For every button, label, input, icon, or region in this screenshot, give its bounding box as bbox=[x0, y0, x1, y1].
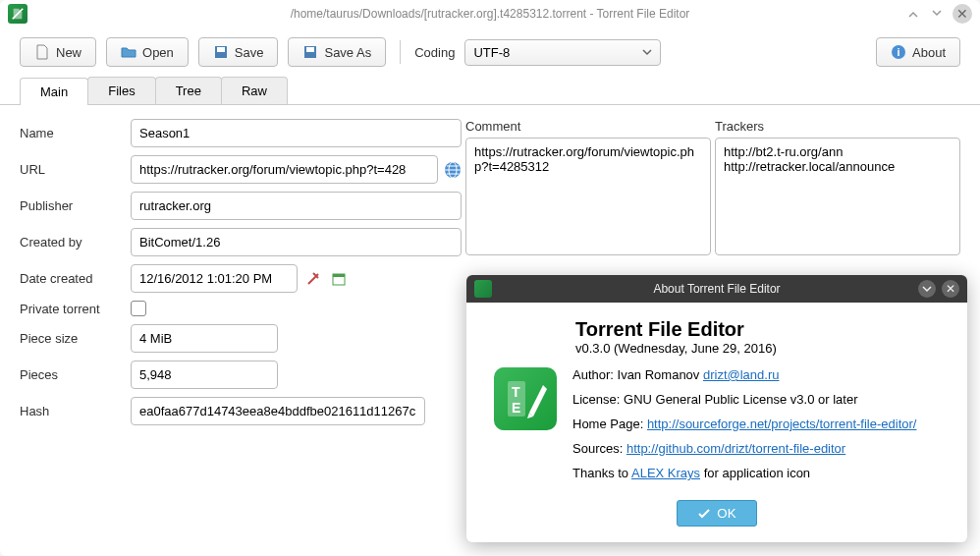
datecreated-label: Date created bbox=[20, 271, 123, 286]
about-button[interactable]: i About bbox=[876, 37, 960, 67]
about-thanks: Thanks to ALEX Krays for application ico… bbox=[572, 466, 952, 480]
minimize-button[interactable] bbox=[905, 6, 921, 22]
about-app-icon bbox=[474, 280, 492, 298]
app-icon bbox=[8, 4, 27, 24]
about-body: Torrent File Editor v0.3.0 (Wednesday, J… bbox=[466, 303, 967, 542]
window-title: /home/taurus/Downloads/[rutracker.org].t… bbox=[0, 7, 980, 21]
tab-files[interactable]: Files bbox=[87, 77, 155, 104]
close-button[interactable]: ✕ bbox=[953, 4, 972, 24]
svg-text:i: i bbox=[897, 46, 899, 58]
tab-raw[interactable]: Raw bbox=[221, 77, 288, 104]
about-titlebar: About Torrent File Editor ✕ bbox=[466, 275, 967, 303]
coding-select[interactable]: UTF-8 bbox=[464, 39, 661, 66]
author-email-link[interactable]: drizt@land.ru bbox=[703, 367, 780, 382]
ok-label: OK bbox=[717, 506, 735, 521]
comment-label: Comment bbox=[465, 119, 711, 134]
about-collapse-button[interactable] bbox=[918, 280, 936, 298]
hash-input[interactable] bbox=[131, 397, 425, 425]
tab-main[interactable]: Main bbox=[20, 78, 88, 105]
about-app-name: Torrent File Editor bbox=[575, 318, 952, 341]
piecesize-label: Piece size bbox=[20, 331, 123, 346]
titlebar: /home/taurus/Downloads/[rutracker.org].t… bbox=[0, 0, 980, 28]
form: Name URL Publisher Created by Date creat… bbox=[20, 119, 462, 425]
coding-value: UTF-8 bbox=[473, 45, 510, 60]
svg-text:E: E bbox=[512, 400, 520, 416]
pieces-input[interactable] bbox=[131, 361, 278, 389]
comment-textarea[interactable]: https://rutracker.org/forum/viewtopic.ph… bbox=[465, 138, 711, 255]
about-title: About Torrent File Editor bbox=[466, 282, 967, 296]
thanks-link[interactable]: ALEX Krays bbox=[631, 466, 700, 480]
separator bbox=[400, 40, 401, 64]
about-homepage: Home Page: http://sourceforge.net/projec… bbox=[572, 417, 952, 431]
private-label: Private torrent bbox=[20, 302, 123, 316]
coding-label: Coding bbox=[414, 45, 455, 60]
folder-open-icon bbox=[121, 44, 136, 60]
check-icon bbox=[697, 507, 711, 521]
new-button[interactable]: New bbox=[20, 37, 96, 67]
tab-tree[interactable]: Tree bbox=[155, 77, 222, 104]
chevron-down-icon bbox=[642, 47, 652, 57]
datecreated-input[interactable] bbox=[131, 264, 298, 293]
svg-text:T: T bbox=[512, 384, 520, 400]
createdby-input[interactable] bbox=[131, 228, 462, 256]
svg-rect-9 bbox=[333, 274, 345, 277]
window-controls: ✕ bbox=[905, 4, 972, 24]
sources-link[interactable]: http://github.com/drizt/torrent-file-edi… bbox=[626, 441, 845, 456]
about-logo: TE bbox=[494, 367, 557, 430]
homepage-link[interactable]: http://sourceforge.net/projects/torrent-… bbox=[647, 417, 917, 431]
url-label: URL bbox=[20, 162, 123, 177]
saveas-icon bbox=[302, 44, 318, 60]
globe-icon[interactable] bbox=[444, 160, 462, 180]
hash-label: Hash bbox=[20, 404, 123, 418]
info-icon: i bbox=[891, 44, 906, 60]
about-label: About bbox=[912, 45, 946, 60]
url-input[interactable] bbox=[131, 155, 438, 184]
maximize-button[interactable] bbox=[929, 6, 945, 22]
new-label: New bbox=[56, 45, 82, 60]
about-author: Author: Ivan Romanov drizt@land.ru bbox=[572, 367, 952, 382]
pieces-label: Pieces bbox=[20, 367, 123, 382]
save-button[interactable]: Save bbox=[198, 37, 279, 67]
name-input[interactable] bbox=[131, 119, 462, 147]
publisher-label: Publisher bbox=[20, 198, 123, 213]
trackers-textarea[interactable]: http://bt2.t-ru.org/ann http://retracker… bbox=[715, 138, 960, 255]
open-button[interactable]: Open bbox=[106, 37, 189, 67]
piecesize-input[interactable] bbox=[131, 324, 278, 353]
file-icon bbox=[34, 44, 50, 60]
about-version: v0.3.0 (Wednesday, June 29, 2016) bbox=[575, 341, 952, 356]
svg-rect-1 bbox=[217, 47, 225, 52]
about-close-button[interactable]: ✕ bbox=[942, 280, 959, 298]
about-dialog: About Torrent File Editor ✕ Torrent File… bbox=[466, 275, 967, 542]
private-checkbox[interactable] bbox=[131, 301, 146, 316]
name-label: Name bbox=[20, 126, 123, 140]
tabs: Main Files Tree Raw bbox=[0, 77, 980, 105]
save-label: Save bbox=[235, 45, 264, 60]
svg-rect-3 bbox=[306, 47, 314, 52]
about-license: License: GNU General Public License v3.0… bbox=[572, 392, 952, 407]
createdby-label: Created by bbox=[20, 235, 123, 250]
ok-button[interactable]: OK bbox=[677, 500, 756, 527]
toolbar: New Open Save Save As Coding UTF-8 i Abo… bbox=[0, 28, 980, 77]
saveas-label: Save As bbox=[324, 45, 371, 60]
about-sources: Sources: http://github.com/drizt/torrent… bbox=[572, 441, 952, 456]
open-label: Open bbox=[142, 45, 174, 60]
saveas-button[interactable]: Save As bbox=[288, 37, 386, 67]
save-icon bbox=[213, 44, 229, 60]
about-info: Author: Ivan Romanov drizt@land.ru Licen… bbox=[572, 367, 952, 490]
calendar-icon[interactable] bbox=[329, 269, 349, 289]
clear-date-icon[interactable] bbox=[303, 269, 323, 289]
trackers-label: Trackers bbox=[715, 119, 960, 134]
publisher-input[interactable] bbox=[131, 192, 462, 220]
